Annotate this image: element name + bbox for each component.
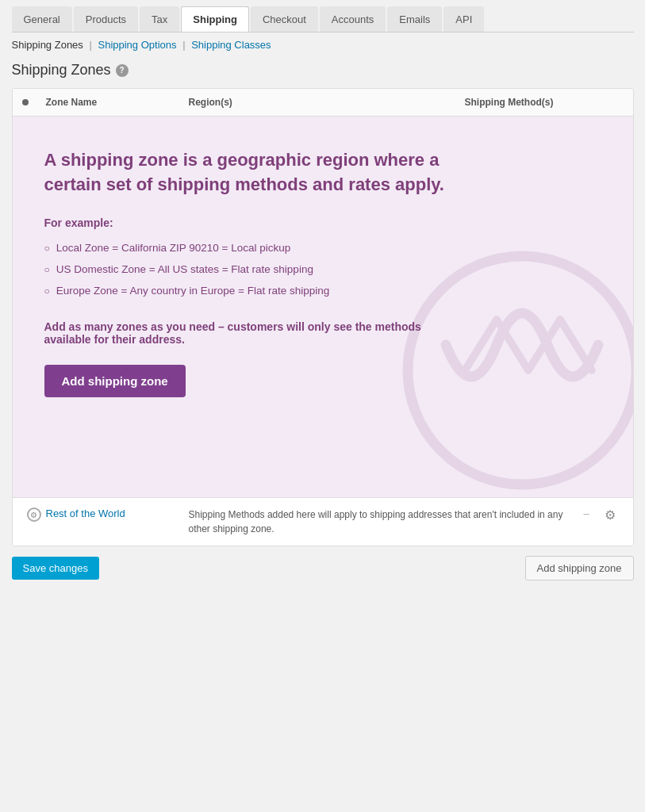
world-row-link-cell: Rest of the World [46, 508, 189, 519]
tab-shipping[interactable]: Shipping [181, 6, 249, 32]
info-headline: A shipping zone is a geographic region w… [44, 148, 457, 197]
page-footer: Save changes Add shipping zone [12, 546, 634, 584]
subnav-shipping-options[interactable]: Shipping Options [98, 39, 176, 51]
col-regions: Region(s) [189, 97, 465, 108]
subnav-sep-2: | [182, 39, 185, 51]
tab-accounts[interactable]: Accounts [320, 6, 386, 32]
tab-tax[interactable]: Tax [140, 6, 179, 32]
world-row-settings-right: ⚙ [600, 508, 624, 522]
world-row-description: Shipping Methods added here will apply t… [189, 508, 584, 536]
rest-of-world-link[interactable]: Rest of the World [46, 508, 125, 519]
section-title-text: Shipping Zones [12, 62, 111, 79]
col-bullet [22, 97, 46, 108]
sub-nav: Shipping Zones | Shipping Options | Ship… [12, 33, 634, 56]
woocommerce-watermark [395, 243, 633, 497]
tab-general[interactable]: General [12, 6, 72, 32]
add-shipping-zone-button-primary[interactable]: Add shipping zone [44, 365, 186, 397]
tab-products[interactable]: Products [74, 6, 138, 32]
save-changes-button[interactable]: Save changes [12, 557, 99, 580]
table-header: Zone Name Region(s) Shipping Method(s) [13, 89, 633, 117]
info-closing: Add as many zones as you need – customer… [44, 320, 441, 346]
world-row: ⚙ Rest of the World Shipping Methods add… [13, 497, 633, 546]
info-section: A shipping zone is a geographic region w… [13, 117, 633, 497]
settings-gear-icon[interactable]: ⚙ [605, 508, 619, 522]
world-row-gear-left: ⚙ [22, 508, 46, 522]
col-methods: Shipping Method(s) [465, 97, 624, 108]
tab-emails[interactable]: Emails [387, 6, 442, 32]
tabs-nav: General Products Tax Shipping Checkout A… [12, 6, 634, 33]
subnav-shipping-classes[interactable]: Shipping Classes [191, 39, 271, 51]
content-card: Zone Name Region(s) Shipping Method(s) A… [12, 88, 634, 546]
world-row-dash: – [584, 508, 600, 519]
svg-point-0 [408, 256, 633, 485]
subnav-shipping-zones[interactable]: Shipping Zones [12, 39, 83, 51]
add-shipping-zone-button-secondary[interactable]: Add shipping zone [525, 556, 634, 580]
world-row-settings-icon[interactable]: ⚙ [27, 508, 41, 522]
tab-checkout[interactable]: Checkout [251, 6, 318, 32]
info-subtext: For example: [44, 216, 601, 229]
help-icon[interactable]: ? [116, 64, 129, 77]
section-title: Shipping Zones ? [12, 62, 634, 79]
bullet-dot [22, 99, 29, 105]
subnav-sep-1: | [89, 39, 91, 51]
tab-api[interactable]: API [443, 6, 484, 32]
col-zone-name: Zone Name [46, 97, 189, 108]
